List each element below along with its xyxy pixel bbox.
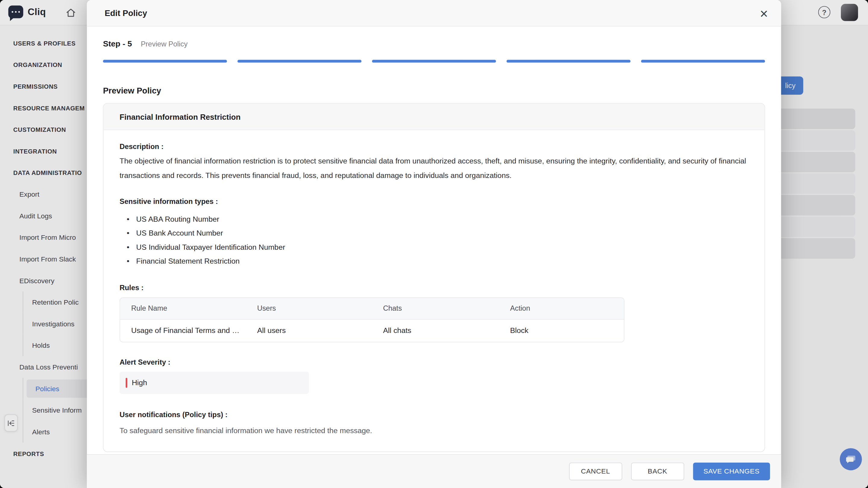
- modal-title: Edit Policy: [104, 8, 147, 18]
- severity-high-indicator: [126, 378, 127, 387]
- viewport: Cliq ? USERS & PROFILES ORGANIZATION PER…: [0, 0, 868, 488]
- step-name: Preview Policy: [141, 40, 187, 48]
- column-header-rule-name: Rule Name: [120, 304, 246, 313]
- alert-severity-label: Alert Severity :: [120, 358, 749, 366]
- sensitive-type-item: US Bank Account Number: [120, 226, 749, 240]
- cell-chats: All chats: [372, 326, 499, 335]
- description-text: The objective of financial information r…: [120, 154, 749, 182]
- step-progress-bar: [103, 60, 765, 62]
- rules-table-header: Rule Name Users Chats Action: [120, 298, 624, 319]
- alert-severity-value-box: High: [120, 372, 309, 394]
- sensitive-type-item: US ABA Routing Number: [120, 212, 749, 226]
- cell-action: Block: [499, 326, 624, 335]
- policy-preview-card: Financial Information Restriction Descri…: [103, 103, 765, 452]
- table-row: Usage of Financial Terms and … All users…: [120, 319, 624, 341]
- step-indicator: Step - 5 Preview Policy: [103, 39, 765, 48]
- policy-card-body: Description : The objective of financial…: [103, 130, 764, 452]
- rules-table: Rule Name Users Chats Action Usage of Fi…: [120, 297, 624, 342]
- app-window: Cliq ? USERS & PROFILES ORGANIZATION PER…: [0, 0, 868, 488]
- progress-segment-3: [372, 60, 496, 62]
- modal-footer: CANCEL BACK SAVE CHANGES: [87, 454, 781, 488]
- progress-segment-4: [507, 60, 630, 62]
- column-header-chats: Chats: [372, 304, 499, 313]
- sensitive-types-label: Sensitive information types :: [120, 197, 749, 206]
- preview-policy-heading: Preview Policy: [103, 86, 765, 95]
- step-label: Step - 5: [103, 39, 132, 48]
- close-icon[interactable]: ×: [756, 5, 772, 21]
- column-header-users: Users: [246, 304, 372, 313]
- cell-rule-name: Usage of Financial Terms and …: [120, 326, 246, 335]
- description-label: Description :: [120, 142, 749, 151]
- user-notifications-label: User notifications (Policy tips) :: [120, 410, 749, 419]
- column-header-action: Action: [499, 304, 624, 313]
- progress-segment-2: [238, 60, 361, 62]
- notification-text: To safeguard sensitive financial informa…: [120, 427, 749, 435]
- sensitive-type-item: US Individual Taxpayer Identification Nu…: [120, 240, 749, 255]
- sensitive-type-item: Financial Statement Restriction: [120, 254, 749, 268]
- modal-header: Edit Policy ×: [87, 0, 781, 27]
- policy-name: Financial Information Restriction: [103, 104, 764, 130]
- cell-users: All users: [246, 326, 372, 335]
- cancel-button[interactable]: CANCEL: [569, 463, 622, 481]
- progress-segment-5: [641, 60, 765, 62]
- rules-label: Rules :: [120, 284, 749, 292]
- edit-policy-modal: Edit Policy × Step - 5 Preview Policy Pr…: [87, 0, 781, 488]
- save-changes-button[interactable]: SAVE CHANGES: [693, 463, 770, 481]
- modal-body: Step - 5 Preview Policy Preview Policy F…: [87, 27, 781, 454]
- severity-value: High: [132, 378, 147, 387]
- sensitive-types-list: US ABA Routing Number US Bank Account Nu…: [120, 212, 749, 268]
- progress-segment-1: [103, 60, 227, 62]
- back-button[interactable]: BACK: [631, 463, 684, 481]
